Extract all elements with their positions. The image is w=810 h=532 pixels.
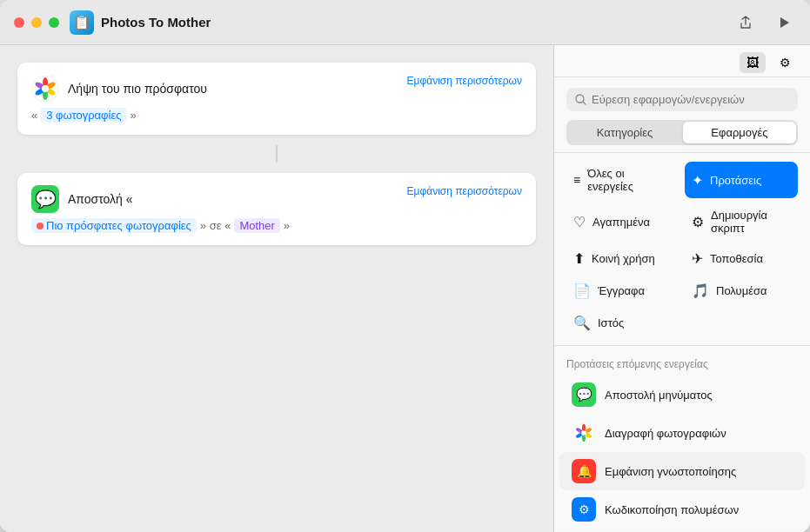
action2-param1[interactable]: Πιο πρόσφατες φωτογραφίες bbox=[31, 218, 197, 233]
tab-buttons: Κατηγορίες Εφαρμογές bbox=[566, 120, 798, 145]
workflow-panel: Λήψη του πιο πρόσφατου Εμφάνιση περισσότ… bbox=[0, 45, 553, 532]
action-get-photos: Λήψη του πιο πρόσφατου Εμφάνιση περισσότ… bbox=[17, 63, 536, 135]
window-title: Photos To Mother bbox=[101, 15, 733, 30]
right-panel: 🖼 ⚙ Κατηγορίες Εφαρμογές bbox=[553, 45, 810, 532]
action2-more[interactable]: Εμφάνιση περισσότερων bbox=[407, 185, 522, 197]
svg-line-10 bbox=[583, 102, 586, 104]
action1-open-quote: « bbox=[31, 109, 37, 122]
minimize-button[interactable] bbox=[31, 17, 42, 28]
messages-app-icon: 💬 bbox=[31, 185, 59, 213]
titlebar-actions bbox=[733, 10, 796, 35]
settings-button[interactable]: ⚙ bbox=[773, 52, 798, 73]
action1-close-quote: » bbox=[130, 109, 136, 122]
suggestion-encode-media[interactable]: ⚙ Κωδικοποίηση πολυμέσων bbox=[559, 490, 805, 529]
suggestions-header: Προτάσεις επόμενης ενεργείας bbox=[554, 353, 810, 376]
cat-documents[interactable]: 📄 Έγγραφα bbox=[566, 277, 679, 304]
action-header-1: Λήψη του πιο πρόσφατου Εμφάνιση περισσότ… bbox=[31, 75, 522, 103]
share-icon bbox=[739, 16, 753, 30]
param-dot bbox=[37, 223, 44, 229]
photos-icon-svg bbox=[31, 75, 59, 103]
main-content: Λήψη του πιο πρόσφατου Εμφάνιση περισσότ… bbox=[0, 45, 810, 532]
favorites-icon: ♡ bbox=[573, 214, 586, 230]
delete-photos-icon bbox=[572, 421, 596, 445]
cat-location-label: Τοποθεσία bbox=[710, 252, 763, 265]
cat-all-actions[interactable]: ≡ Όλες οι ενεργείες bbox=[566, 162, 679, 198]
web-icon: 🔍 bbox=[573, 315, 591, 331]
suggestion-delete-photos[interactable]: Διαγραφή φωτογραφιών bbox=[559, 414, 805, 452]
action-header-2: 💬 Αποστολή « Εμφάνιση περισσότερων bbox=[31, 185, 522, 213]
location-icon: ✈ bbox=[692, 250, 703, 267]
suggestion-send-message[interactable]: 💬 Αποστολή μηνύματος bbox=[559, 376, 805, 414]
photos-icon-small bbox=[572, 422, 595, 444]
app-icon: 📋 bbox=[70, 10, 94, 35]
svg-marker-0 bbox=[780, 17, 789, 28]
cat-media-label: Πολυμέσα bbox=[716, 284, 767, 297]
suggestion-show-notification-label: Εμφάνιση γνωστοποίησης bbox=[605, 465, 736, 478]
encode-media-icon: ⚙ bbox=[572, 497, 596, 522]
main-window: 📋 Photos To Mother bbox=[0, 0, 810, 532]
suggestions-icon: ✦ bbox=[692, 172, 703, 189]
search-icon bbox=[575, 94, 586, 105]
action1-more[interactable]: Εμφάνιση περισσότερων bbox=[407, 75, 522, 87]
suggestion-delete-photos-label: Διαγραφή φωτογραφιών bbox=[605, 427, 726, 440]
action-left-2: 💬 Αποστολή « bbox=[31, 185, 133, 213]
right-panel-icons: 🖼 ⚙ bbox=[554, 45, 810, 77]
cat-media[interactable]: 🎵 Πολυμέσα bbox=[685, 277, 798, 304]
suggestion-text[interactable]: 📝 Κείμενο bbox=[559, 529, 805, 532]
cat-favorites-label: Αγαπημένα bbox=[592, 216, 650, 229]
suggestion-show-notification[interactable]: 🔔 Εμφάνιση γνωστοποίησης bbox=[559, 452, 805, 490]
documents-icon: 📄 bbox=[573, 283, 591, 299]
media-icon: 🎵 bbox=[692, 283, 709, 299]
cat-sharing[interactable]: ⬆ Κοινή χρήση bbox=[566, 245, 679, 272]
svg-point-8 bbox=[42, 85, 49, 92]
cat-scripting-label: Δημιουργία σκριπτ bbox=[711, 209, 791, 235]
action1-title: Λήψη του πιο πρόσφατου bbox=[68, 82, 207, 96]
media-browser-button[interactable]: 🖼 bbox=[740, 52, 766, 73]
cat-web[interactable]: 🔍 Ιστός bbox=[566, 309, 679, 336]
svg-point-18 bbox=[581, 430, 586, 436]
action2-params: Πιο πρόσφατες φωτογραφίες » σε « Mother … bbox=[31, 218, 522, 233]
cat-favorites[interactable]: ♡ Αγαπημένα bbox=[566, 203, 679, 240]
cat-suggestions[interactable]: ✦ Προτάσεις bbox=[685, 162, 798, 198]
right-panel-top: Κατηγορίες Εφαρμογές bbox=[554, 77, 810, 153]
close-button[interactable] bbox=[14, 17, 24, 28]
action2-title-prefix: Αποστολή « bbox=[68, 192, 133, 206]
suggestion-encode-media-label: Κωδικοποίηση πολυμέσων bbox=[605, 503, 739, 516]
action2-to-text: » σε « bbox=[200, 219, 231, 232]
cat-location[interactable]: ✈ Τοποθεσία bbox=[685, 245, 798, 272]
cat-web-label: Ιστός bbox=[598, 316, 624, 329]
sharing-icon: ⬆ bbox=[573, 250, 585, 267]
action2-prefix: Αποστολή « bbox=[68, 192, 133, 206]
send-message-icon: 💬 bbox=[572, 382, 596, 407]
cat-documents-label: Έγγραφα bbox=[598, 284, 645, 297]
suggestions-section: Προτάσεις επόμενης ενεργείας 💬 Αποστολή … bbox=[554, 346, 810, 532]
all-actions-icon: ≡ bbox=[573, 173, 580, 187]
cat-scripting[interactable]: ⚙ Δημιουργία σκριπτ bbox=[685, 203, 798, 240]
action-left-1: Λήψη του πιο πρόσφατου bbox=[31, 75, 207, 103]
action2-param1-value: Πιο πρόσφατες φωτογραφίες bbox=[46, 219, 191, 232]
action2-param2[interactable]: Mother bbox=[234, 218, 279, 233]
cat-all-label: Όλες οι ενεργείες bbox=[587, 167, 673, 193]
scripting-icon: ⚙ bbox=[692, 214, 704, 230]
tab-apps[interactable]: Εφαρμογές bbox=[683, 122, 796, 143]
show-notification-icon: 🔔 bbox=[572, 459, 596, 483]
maximize-button[interactable] bbox=[49, 17, 59, 28]
traffic-lights bbox=[14, 17, 59, 28]
search-bar bbox=[566, 88, 798, 111]
action1-params: « 3 φωτογραφίες » bbox=[31, 108, 522, 123]
play-button[interactable] bbox=[772, 10, 796, 35]
action-send-message: 💬 Αποστολή « Εμφάνιση περισσότερων Πιο π… bbox=[17, 173, 536, 245]
tab-categories[interactable]: Κατηγορίες bbox=[568, 122, 681, 143]
categories-grid: ≡ Όλες οι ενεργείες ✦ Προτάσεις ♡ Αγαπημ… bbox=[554, 153, 810, 346]
titlebar: 📋 Photos To Mother bbox=[0, 0, 810, 45]
cat-sharing-label: Κοινή χρήση bbox=[592, 252, 655, 265]
suggestion-send-message-label: Αποστολή μηνύματος bbox=[605, 389, 713, 402]
search-input[interactable] bbox=[592, 93, 789, 106]
action2-close-quote: » bbox=[284, 219, 290, 232]
cat-suggestions-label: Προτάσεις bbox=[710, 174, 761, 187]
action1-param-value[interactable]: 3 φωτογραφίες bbox=[41, 108, 126, 123]
share-button[interactable] bbox=[733, 10, 758, 35]
action-connector bbox=[276, 145, 278, 163]
photos-app-icon bbox=[31, 75, 59, 103]
play-icon bbox=[777, 16, 791, 30]
